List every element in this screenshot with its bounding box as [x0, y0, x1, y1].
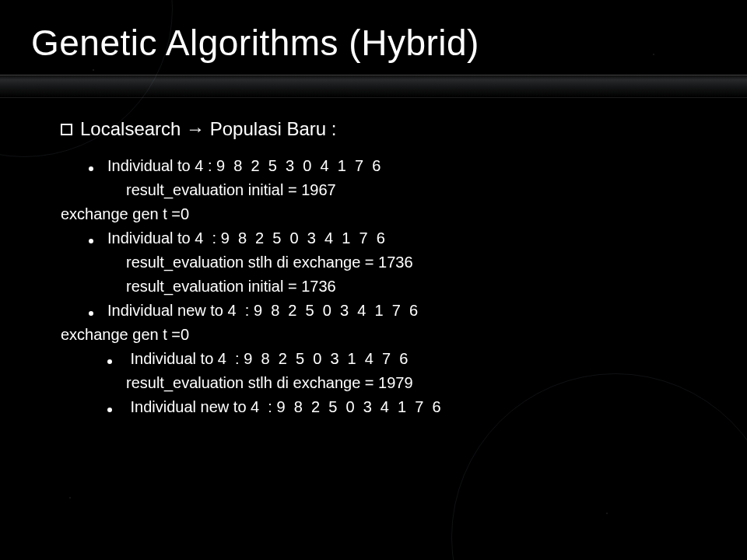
list-item: result_evaluation initial = 1967: [89, 178, 716, 202]
disc-bullet-icon: [89, 166, 93, 171]
disc-bullet-icon: [89, 311, 93, 316]
disc-bullet-icon: [107, 359, 112, 364]
list-item-text: Individual new to 4 : 9 8 2 5 0 3 4 1 7 …: [126, 395, 441, 419]
title-divider-band: [0, 75, 747, 98]
list-item-text: Individual to 4 : 9 8 2 5 0 3 1 4 7 6: [126, 347, 408, 371]
list-item: Individual new to 4 : 9 8 2 5 0 3 4 1 7 …: [89, 395, 716, 419]
list-item: result_evaluation initial = 1736: [89, 275, 716, 299]
list-item-text: Individual to 4 : 9 8 2 5 3 0 4 1 7 6: [107, 154, 381, 178]
disc-bullet-icon: [89, 239, 93, 243]
square-bullet-icon: [61, 124, 72, 135]
list-item: result_evaluation stlh di exchange = 197…: [89, 371, 716, 395]
list-item: Individual new to 4 : 9 8 2 5 0 3 4 1 7 …: [89, 299, 716, 323]
section-heading-row: Localsearch → Populasi Baru :: [61, 118, 716, 140]
slide-body: Localsearch → Populasi Baru : Individual…: [0, 98, 747, 419]
title-area: Genetic Algorithms (Hybrid): [0, 0, 747, 75]
list-item: Individual to 4 : 9 8 2 5 3 0 4 1 7 6: [89, 154, 716, 178]
list-item-text: result_evaluation stlh di exchange = 173…: [126, 250, 413, 275]
list-item-text: result_evaluation initial = 1967: [126, 178, 336, 202]
list-item: Individual to 4 : 9 8 2 5 0 3 4 1 7 6: [89, 226, 716, 250]
list-item: exchange gen t =0: [61, 202, 716, 226]
body-list: Individual to 4 : 9 8 2 5 3 0 4 1 7 6res…: [61, 154, 716, 419]
list-item-text: result_evaluation initial = 1736: [126, 275, 336, 299]
list-item-text: result_evaluation stlh di exchange = 197…: [126, 371, 413, 395]
list-item-text: Individual new to 4 : 9 8 2 5 0 3 4 1 7 …: [107, 299, 418, 323]
list-item: Individual to 4 : 9 8 2 5 0 3 1 4 7 6: [89, 347, 716, 371]
slide-title: Genetic Algorithms (Hybrid): [31, 22, 716, 64]
list-item: result_evaluation stlh di exchange = 173…: [89, 250, 716, 275]
disc-bullet-icon: [107, 408, 112, 412]
section-heading: Localsearch → Populasi Baru :: [80, 118, 337, 140]
list-item-text: Individual to 4 : 9 8 2 5 0 3 4 1 7 6: [107, 226, 385, 250]
list-item-text: exchange gen t =0: [61, 323, 189, 347]
list-item-text: exchange gen t =0: [61, 202, 189, 226]
list-item: exchange gen t =0: [61, 323, 716, 347]
